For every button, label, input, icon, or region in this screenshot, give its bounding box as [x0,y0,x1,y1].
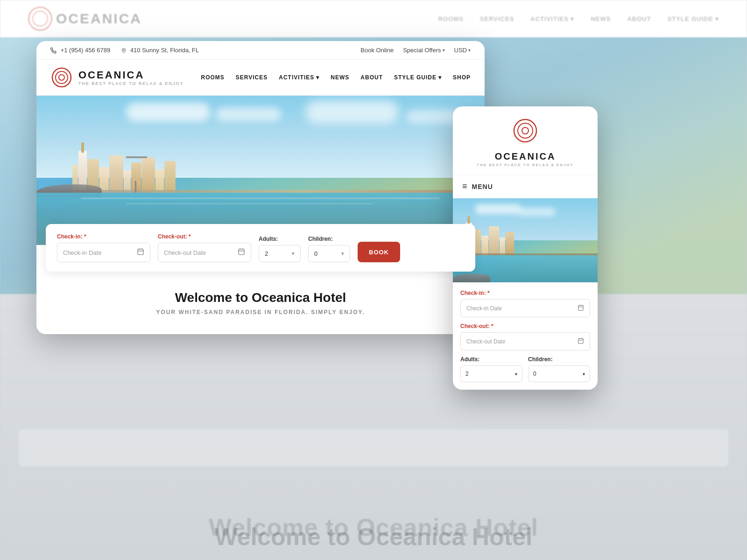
topbar-left: +1 (954) 456 6789 410 Sunny St, Florida,… [50,47,199,54]
checkin-calendar-icon [137,248,144,257]
nav-about[interactable]: ABOUT [360,74,383,81]
building-9 [164,161,176,193]
mobile-checkin-input[interactable]: Check-in Date [460,299,590,317]
checkin-required: * [83,233,86,240]
checkout-field: Check-out: * Check-out Date [158,233,251,262]
desktop-logo: OCEANICA THE BEST PLACE TO RELAX & ENJOY [50,66,184,89]
svg-rect-4 [138,249,143,255]
bg-nav-about: ABOUT [627,15,651,22]
mobile-adults-group: Adults: 2 ▾ [460,356,522,382]
mobile-children-select[interactable]: 0 ▾ [528,365,590,382]
mobile-checkin-required: * [486,290,490,296]
svg-point-0 [123,49,125,51]
logo-name: OCEANICA [78,69,184,81]
mobile-adults-label: Adults: [460,356,522,363]
checkout-input[interactable]: Check-out Date [158,243,251,262]
logo-text-block: OCEANICA THE BEST PLACE TO RELAX & ENJOY [78,69,184,86]
mobile-cloud-1 [475,204,521,214]
welcome-title: Welcome to Oceanica Hotel [50,290,471,305]
desktop-navbar: OCEANICA THE BEST PLACE TO RELAX & ENJOY… [36,60,485,96]
adults-select[interactable]: 2 ▾ [259,245,301,262]
welcome-section: Welcome to Oceanica Hotel YOUR WHITE-SAN… [36,272,485,334]
checkout-label: Check-out: * [158,233,251,240]
checkin-input[interactable]: Check-in Date [57,243,150,262]
bg-logo-name: OCEANICA [56,11,142,27]
special-offers-chevron: ▾ [443,48,445,53]
checkin-field: Check-in: * Check-in Date [57,233,150,262]
children-label: Children: [308,236,350,242]
address-info: 410 Sunny St, Florida, FL [121,47,199,54]
desktop-card: +1 (954) 456 6789 410 Sunny St, Florida,… [36,41,485,334]
children-select[interactable]: 0 ▾ [308,245,350,262]
phone-info: +1 (954) 456 6789 [50,47,110,54]
logo-tagline: THE BEST PLACE TO RELAX & ENJOY [78,81,184,86]
mobile-selects-row: Adults: 2 ▾ Children: 0 ▾ [460,356,590,382]
adults-chevron: ▾ [292,251,295,257]
styleguide-chevron: ▾ [438,74,442,81]
mobile-checkout-input[interactable]: Check-out Date [460,332,590,350]
bg-bottom-booking-bar [19,429,728,467]
mobile-checkout-calendar-icon [578,337,584,345]
svg-point-3 [59,75,64,80]
mobile-menu-label: MENU [472,183,493,190]
bg-nav-styleguide: STYLE GUIDE ▾ [668,15,719,22]
building-8 [155,169,164,193]
bg-nav-links: ROOMS SERVICES ACTIVITIES ▾ NEWS ABOUT S… [438,15,719,22]
children-chevron: ▾ [341,251,344,257]
nav-rooms[interactable]: ROOMS [201,74,224,81]
svg-rect-19 [578,338,584,343]
logo-svg [50,66,73,89]
checkin-label: Check-in: * [57,233,150,240]
desktop-nav: ROOMS SERVICES ACTIVITIES ▾ NEWS ABOUT S… [201,74,471,81]
special-offers-dropdown[interactable]: Special Offers ▾ [403,47,444,54]
svg-point-2 [56,71,68,84]
bg-nav-services: SERVICES [480,15,514,22]
currency-chevron: ▾ [468,48,471,53]
mobile-adults-select[interactable]: 2 ▾ [460,365,522,382]
checkout-required: * [187,233,191,240]
mobile-logo-tagline: THE BEST PLACE TO RELAX & ENJOY [462,163,588,167]
activities-chevron: ▾ [316,74,319,81]
cloud-1 [126,103,210,121]
cloud-2 [216,107,281,121]
desktop-topbar: +1 (954) 456 6789 410 Sunny St, Florida,… [36,41,485,60]
building-5 [124,170,131,193]
mobile-rocks [453,274,490,282]
nav-styleguide[interactable]: STYLE GUIDE ▾ [394,74,442,81]
mobile-booking-form: Check-in: * Check-in Date Check-out: * C… [453,282,598,390]
svg-point-13 [518,123,533,138]
mobile-checkin-label: Check-in: * [460,290,590,296]
bg-logo: OCEANICA [28,7,142,31]
svg-rect-8 [239,249,244,255]
phone-icon [50,48,56,54]
bg-nav-news: NEWS [591,15,611,22]
adults-field: Adults: 2 ▾ [259,236,301,262]
page-bottom-welcome: Welcome to Oceanica Hotel [0,523,747,551]
svg-rect-15 [578,305,584,310]
bg-top-nav: OCEANICA ROOMS SERVICES ACTIVITIES ▾ NEW… [0,0,747,37]
building-4 [109,155,123,193]
nav-services[interactable]: SERVICES [236,74,268,81]
checkout-calendar-icon [238,248,245,257]
mobile-checkout-label: Check-out: * [460,323,590,329]
bottom-welcome-title: Welcome to Oceanica Hotel [0,523,747,551]
nav-shop[interactable]: SHOP [453,74,471,81]
mobile-children-label: Children: [528,356,590,363]
topbar-right: Book Online Special Offers ▾ USD ▾ [360,47,471,54]
bg-logo-ring [28,7,52,31]
mobile-logo-svg [512,118,538,144]
mobile-children-group: Children: 0 ▾ [528,356,590,382]
currency-dropdown[interactable]: USD ▾ [454,47,471,54]
mobile-children-chevron: ▾ [583,371,585,377]
nav-activities[interactable]: ACTIVITIES ▾ [279,74,319,81]
mobile-checkin-calendar-icon [578,304,584,312]
welcome-subtitle: YOUR WHITE-SAND PARADISE IN FLORIDA. SIM… [50,309,471,315]
book-online-link[interactable]: Book Online [360,47,394,54]
bg-nav-activities: ACTIVITIES ▾ [530,15,574,22]
mobile-menu-bar[interactable]: ≡ MENU [453,175,598,198]
nav-news[interactable]: NEWS [331,74,349,81]
bg-nav-rooms: ROOMS [438,15,464,22]
book-now-button[interactable]: BOOK [358,242,400,262]
building-7 [142,158,155,193]
desktop-hero-image [36,96,485,245]
